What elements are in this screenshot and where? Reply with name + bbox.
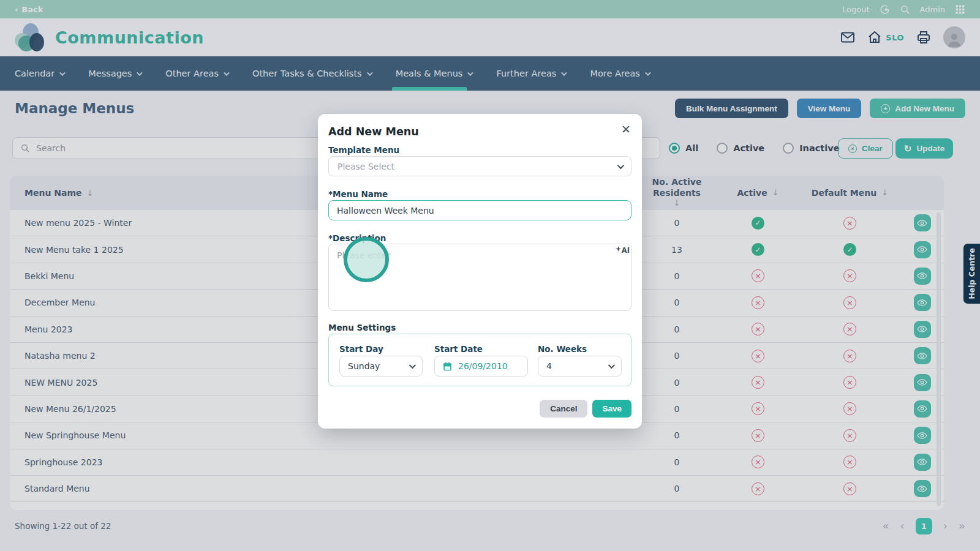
- chevron-down-icon: [409, 362, 416, 369]
- description-label: *Description: [328, 233, 386, 243]
- start-date-field[interactable]: 26/09/2010: [434, 356, 528, 377]
- ai-assist-icon[interactable]: AI: [616, 246, 630, 255]
- menu-name-label: *Menu Name: [328, 189, 388, 199]
- menu-name-input[interactable]: [328, 200, 631, 220]
- chevron-down-icon: [617, 162, 624, 168]
- chevron-down-icon: [608, 362, 615, 369]
- menu-settings-group: Start Day Sunday Start Date 26/09/2010 N…: [328, 334, 631, 386]
- description-textarea[interactable]: [328, 244, 631, 311]
- template-menu-label: Template Menu: [328, 145, 399, 155]
- start-date-label: Start Date: [434, 344, 483, 354]
- template-menu-select[interactable]: Please Select: [328, 156, 631, 176]
- start-day-label: Start Day: [339, 344, 383, 354]
- calendar-icon: [442, 361, 453, 372]
- dialog-title: Add New Menu: [328, 126, 419, 138]
- no-weeks-label: No. Weeks: [538, 344, 587, 354]
- start-day-select[interactable]: Sunday: [339, 356, 423, 377]
- menu-settings-label: Menu Settings: [328, 323, 396, 332]
- save-button[interactable]: Save: [592, 400, 631, 418]
- no-weeks-select[interactable]: 4: [538, 356, 622, 377]
- close-icon[interactable]: ✕: [619, 120, 633, 138]
- add-new-menu-dialog: Add New Menu ✕ Template Menu Please Sele…: [318, 114, 642, 429]
- cancel-button[interactable]: Cancel: [540, 400, 587, 418]
